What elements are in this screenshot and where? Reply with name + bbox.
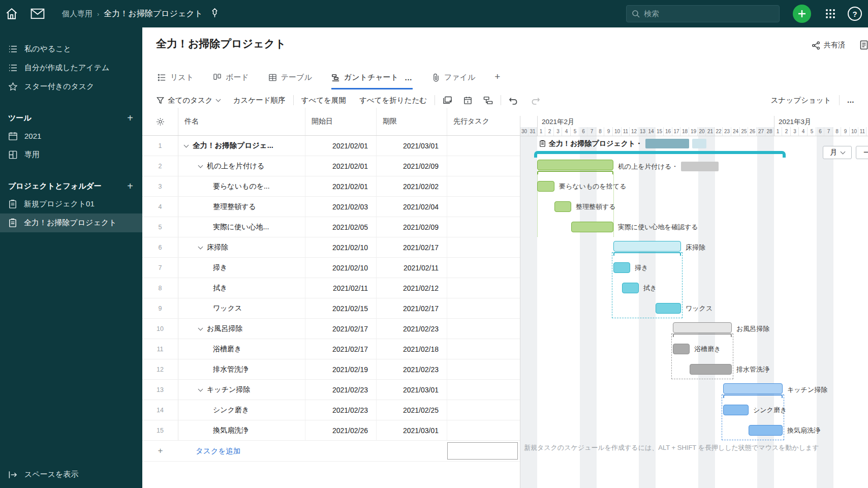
predecessor-cell[interactable] — [447, 420, 520, 440]
more-options-button[interactable]: … — [847, 96, 868, 104]
start-date-cell[interactable]: 2021/02/17 — [305, 339, 377, 359]
task-name-cell[interactable]: 机の上を片付ける — [178, 156, 305, 176]
predecessor-cell[interactable] — [447, 339, 520, 359]
apps-grid-icon[interactable] — [824, 8, 836, 20]
add-task-button[interactable]: タスクを追加 — [178, 446, 240, 456]
due-date-cell[interactable]: 2021/03/01 — [377, 136, 447, 156]
predecessor-cell[interactable] — [447, 400, 520, 420]
tab-files[interactable]: ファイル — [432, 73, 475, 89]
show-spaces-button[interactable]: スペースを表示 — [0, 465, 142, 484]
focused-predecessor-cell[interactable] — [447, 442, 518, 460]
gantt-bar[interactable] — [749, 425, 783, 436]
breadcrumb-current[interactable]: 全力！お掃除プロジェクト — [104, 9, 203, 19]
collapse-chevron-icon[interactable] — [198, 244, 203, 249]
start-date-cell[interactable]: 2021/02/03 — [305, 197, 377, 217]
gantt-bar[interactable] — [723, 383, 783, 394]
task-name-cell[interactable]: お風呂掃除 — [178, 319, 305, 339]
gantt-zoom-select[interactable]: 月 — [823, 146, 852, 159]
start-date-cell[interactable]: 2021/02/23 — [305, 400, 377, 420]
task-name-cell[interactable]: 全力！お掃除プロジェ... — [178, 136, 305, 156]
gantt-bar[interactable] — [723, 405, 749, 415]
help-button[interactable]: ? — [848, 7, 862, 21]
gantt-bar[interactable] — [656, 303, 681, 314]
create-button[interactable] — [793, 5, 811, 23]
collapse-chevron-icon[interactable] — [198, 325, 203, 330]
gantt-bar[interactable] — [537, 160, 613, 170]
due-date-cell[interactable]: 2021/02/09 — [377, 217, 447, 237]
predecessor-cell[interactable] — [447, 298, 520, 318]
start-date-cell[interactable]: 2021/02/17 — [305, 319, 377, 339]
gantt-bar[interactable] — [690, 364, 732, 375]
date-range-icon[interactable] — [463, 96, 472, 105]
collapse-chevron-icon[interactable] — [198, 163, 203, 168]
due-date-cell[interactable]: 2021/02/11 — [377, 258, 447, 278]
due-date-cell[interactable]: 2021/02/09 — [377, 156, 447, 176]
notes-panel-icon[interactable] — [859, 40, 868, 52]
gantt-bar[interactable] — [554, 201, 571, 212]
start-date-cell[interactable]: 2021/02/11 — [305, 278, 377, 298]
gantt-bar[interactable] — [613, 262, 630, 273]
due-date-cell[interactable]: 2021/03/01 — [377, 420, 447, 440]
due-date-cell[interactable]: 2021/02/23 — [377, 319, 447, 339]
tab-list[interactable]: リスト — [158, 73, 194, 89]
gantt-summary-bar[interactable] — [534, 151, 786, 158]
tab-table[interactable]: テーブル — [268, 73, 312, 89]
start-date-cell[interactable]: 2021/02/19 — [305, 359, 377, 379]
collapse-chevron-icon[interactable] — [184, 142, 189, 147]
tab-board[interactable]: ボード — [213, 73, 249, 89]
task-name-cell[interactable]: ワックス — [178, 298, 305, 318]
search-input[interactable]: 検索 — [626, 5, 780, 22]
gantt-zoom-out-button[interactable]: − — [856, 146, 868, 159]
task-name-cell[interactable]: 床掃除 — [178, 237, 305, 257]
task-name-cell[interactable]: 浴槽磨き — [178, 339, 305, 359]
task-name-cell[interactable]: 掃き — [178, 258, 305, 278]
cascade-sort-button[interactable]: カスケード順序 — [233, 96, 286, 105]
add-tool-button[interactable]: + — [127, 112, 133, 124]
start-date-cell[interactable]: 2021/02/01 — [305, 136, 377, 156]
gantt-bar[interactable] — [571, 222, 613, 232]
start-date-cell[interactable]: 2021/02/15 — [305, 298, 377, 318]
predecessor-cell[interactable] — [447, 217, 520, 237]
start-date-cell[interactable]: 2021/02/10 — [305, 258, 377, 278]
filter-button[interactable]: 全てのタスク — [157, 96, 220, 105]
due-date-cell[interactable]: 2021/02/12 — [377, 278, 447, 298]
add-view-button[interactable]: + — [494, 71, 500, 89]
sidebar-item-dedicated[interactable]: 専用 — [0, 145, 142, 164]
sidebar-item-starred-tasks[interactable]: スター付きのタスク — [0, 77, 142, 96]
column-settings-button[interactable] — [142, 108, 178, 135]
collapse-all-button[interactable]: すべてを折りたたむ — [359, 96, 427, 105]
due-date-cell[interactable]: 2021/02/23 — [377, 359, 447, 379]
start-date-cell[interactable]: 2021/02/23 — [305, 380, 377, 400]
add-row-plus-icon[interactable]: + — [142, 441, 178, 461]
task-name-cell[interactable]: 整理整頓する — [178, 197, 305, 217]
column-header-predecessor[interactable]: 先行タスク — [447, 108, 520, 135]
add-project-button[interactable]: + — [127, 180, 133, 192]
gantt-bar[interactable] — [673, 344, 690, 354]
task-name-cell[interactable]: 要らないものを... — [178, 176, 305, 196]
predecessor-cell[interactable] — [447, 136, 520, 156]
due-date-cell[interactable]: 2021/03/01 — [377, 380, 447, 400]
predecessor-cell[interactable] — [447, 278, 520, 298]
gantt-bar[interactable] — [673, 322, 732, 333]
task-name-cell[interactable]: 排水管洗浄 — [178, 359, 305, 379]
undo-button[interactable] — [509, 96, 518, 105]
due-date-cell[interactable]: 2021/02/02 — [377, 176, 447, 196]
sidebar-item-2021[interactable]: 2021 — [0, 127, 142, 145]
start-date-cell[interactable]: 2021/02/05 — [305, 217, 377, 237]
page-title[interactable]: 全力！お掃除プロジェクト — [156, 37, 286, 51]
tab-gantt[interactable]: ガントチャート … — [331, 73, 413, 89]
start-date-cell[interactable]: 2021/02/26 — [305, 420, 377, 440]
column-header-name[interactable]: 件名 — [178, 108, 305, 135]
predecessor-cell[interactable] — [447, 319, 520, 339]
predecessor-cell[interactable] — [447, 380, 520, 400]
due-date-cell[interactable]: 2021/02/18 — [377, 339, 447, 359]
dependencies-icon[interactable] — [483, 96, 493, 105]
predecessor-cell[interactable] — [447, 258, 520, 278]
redo-button[interactable] — [531, 96, 540, 105]
column-header-start[interactable]: 開始日 — [305, 108, 377, 135]
home-icon[interactable] — [5, 7, 18, 20]
expand-all-button[interactable]: すべてを展開 — [301, 96, 346, 105]
task-name-cell[interactable]: 拭き — [178, 278, 305, 298]
predecessor-cell[interactable] — [447, 197, 520, 217]
sidebar-item-new-project-01[interactable]: 新規プロジェクト01 — [0, 195, 142, 214]
